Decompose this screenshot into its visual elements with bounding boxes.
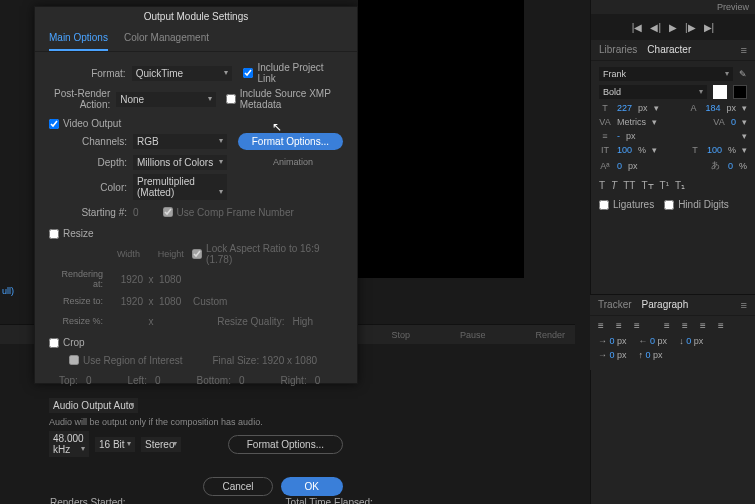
hscale-icon: T	[689, 145, 701, 155]
subscript-button[interactable]: T₁	[675, 180, 685, 191]
bold-button[interactable]: T	[599, 180, 605, 191]
leading-value[interactable]: 184	[705, 103, 720, 113]
preview-label: Preview	[591, 0, 755, 14]
prev-frame-icon[interactable]: ◀|	[650, 22, 661, 33]
stop-button[interactable]: Stop	[391, 330, 410, 340]
ligatures-check[interactable]: Ligatures	[599, 199, 654, 210]
fill-swatch[interactable]	[713, 85, 727, 99]
last-frame-icon[interactable]: ▶|	[704, 22, 715, 33]
codec-label: Animation	[273, 157, 343, 167]
font-size-icon: T	[599, 103, 611, 113]
vscale-icon: IT	[599, 145, 611, 155]
resize-quality-label: Resize Quality:	[217, 316, 284, 327]
audio-output-select[interactable]: Audio Output Auto	[49, 398, 138, 413]
resize-pct-label: Resize %:	[49, 316, 109, 326]
para-menu-icon[interactable]: ≡	[741, 299, 747, 311]
bottom-info: Renders Started: Total Time Elapsed:	[50, 497, 550, 504]
rendering-at-label: Rendering at:	[49, 269, 109, 289]
kerning-icon: VA	[599, 117, 611, 127]
justify-center-icon[interactable]: ≡	[682, 320, 694, 330]
panel-menu-icon[interactable]: ≡	[741, 44, 747, 56]
ok-button[interactable]: OK	[281, 477, 343, 496]
render-button[interactable]: Render	[535, 330, 565, 340]
resize-check[interactable]: Resize	[49, 228, 94, 239]
next-frame-icon[interactable]: |▶	[685, 22, 696, 33]
paragraph-panel: Tracker Paragraph ≡ ≡ ≡ ≡ ≡ ≡ ≡ ≡ → 0 px…	[590, 294, 755, 370]
queue-label: ull)	[2, 286, 14, 296]
include-xmp-check[interactable]: Include Source XMP Metadata	[226, 88, 343, 110]
lock-aspect-check: Lock Aspect Ratio to 16:9 (1.78)	[192, 243, 343, 265]
first-frame-icon[interactable]: |◀	[632, 22, 643, 33]
dialog-title: Output Module Settings	[35, 7, 357, 26]
dialog-tabs: Main Options Color Management	[35, 26, 357, 52]
format-options-button[interactable]: Format Options...	[238, 133, 343, 150]
justify-right-icon[interactable]: ≡	[700, 320, 712, 330]
justify-left-icon[interactable]: ≡	[664, 320, 676, 330]
eyedropper-icon[interactable]: ✎	[739, 69, 747, 79]
renders-started-label: Renders Started:	[50, 497, 126, 504]
baseline-value[interactable]: 0	[617, 161, 622, 171]
tab-character[interactable]: Character	[647, 44, 691, 56]
format-select[interactable]: QuickTime	[132, 66, 232, 81]
leading-icon: A	[687, 103, 699, 113]
play-icon[interactable]: ▶	[669, 22, 677, 33]
cancel-button[interactable]: Cancel	[203, 477, 272, 496]
tab-main-options[interactable]: Main Options	[49, 26, 108, 51]
hscale-value[interactable]: 100	[707, 145, 722, 155]
tab-paragraph[interactable]: Paragraph	[642, 299, 689, 311]
use-region-check: Use Region of Interest	[69, 355, 183, 366]
preview-controls: |◀ ◀| ▶ |▶ ▶|	[591, 14, 755, 40]
use-comp-frame-check: Use Comp Frame Number	[163, 207, 294, 218]
audio-channels-select[interactable]: Stereo	[141, 437, 181, 452]
stroke-width-icon: ≡	[599, 131, 611, 141]
align-left-icon[interactable]: ≡	[598, 320, 610, 330]
justify-all-icon[interactable]: ≡	[718, 320, 730, 330]
resize-to-label: Resize to:	[49, 296, 109, 306]
tsume-icon: あ	[710, 159, 722, 172]
depth-select[interactable]: Millions of Colors	[133, 155, 227, 170]
italic-button[interactable]: T	[611, 180, 617, 191]
crop-check[interactable]: Crop	[49, 337, 85, 348]
total-elapsed-label: Total Time Elapsed:	[286, 497, 373, 504]
tracking-icon: VA	[713, 117, 725, 127]
final-size-label: Final Size: 1920 x 1080	[213, 355, 318, 366]
tab-libraries[interactable]: Libraries	[599, 44, 637, 56]
hindi-digits-check[interactable]: Hindi Digits	[664, 199, 729, 210]
audio-bit-select[interactable]: 16 Bit	[95, 437, 135, 452]
format-label: Format:	[49, 68, 132, 79]
right-panels: Preview |◀ ◀| ▶ |▶ ▶| Libraries Characte…	[590, 0, 755, 504]
tab-color-management[interactable]: Color Management	[124, 26, 209, 51]
audio-rate-select[interactable]: 48.000 kHz	[49, 431, 89, 457]
starting-value[interactable]: 0	[133, 207, 139, 218]
channels-label: Channels:	[49, 136, 133, 147]
viewer-area	[358, 0, 524, 278]
align-center-icon[interactable]: ≡	[616, 320, 628, 330]
width-header: Width	[107, 249, 149, 259]
starting-label: Starting #:	[49, 207, 133, 218]
pause-button[interactable]: Pause	[460, 330, 486, 340]
kerning-select[interactable]: Metrics	[617, 117, 646, 127]
align-right-icon[interactable]: ≡	[634, 320, 646, 330]
font-size-value[interactable]: 227	[617, 103, 632, 113]
tab-tracker[interactable]: Tracker	[598, 299, 632, 311]
audio-note: Audio will be output only if the composi…	[49, 417, 343, 427]
video-output-check[interactable]: Video Output	[49, 118, 121, 129]
smallcaps-button[interactable]: Tᴛ	[641, 180, 653, 191]
tracking-value[interactable]: 0	[731, 117, 736, 127]
audio-format-options-button[interactable]: Format Options...	[228, 435, 343, 454]
channels-select[interactable]: RGB	[133, 134, 227, 149]
superscript-button[interactable]: T¹	[660, 180, 669, 191]
stroke-swatch[interactable]	[733, 85, 747, 99]
color-label: Color:	[49, 182, 133, 193]
include-project-link-check[interactable]: Include Project Link	[243, 62, 343, 84]
allcaps-button[interactable]: TT	[623, 180, 635, 191]
height-header: Height	[150, 249, 192, 259]
font-weight-select[interactable]: Bold	[599, 85, 707, 99]
output-module-dialog: Output Module Settings Main Options Colo…	[34, 6, 358, 384]
postrender-label: Post-Render Action:	[49, 88, 116, 110]
vscale-value[interactable]: 100	[617, 145, 632, 155]
postrender-select[interactable]: None	[116, 92, 216, 107]
font-family-select[interactable]: Frank	[599, 67, 733, 81]
tsume-value[interactable]: 0	[728, 161, 733, 171]
color-select[interactable]: Premultiplied (Matted)	[133, 174, 227, 200]
